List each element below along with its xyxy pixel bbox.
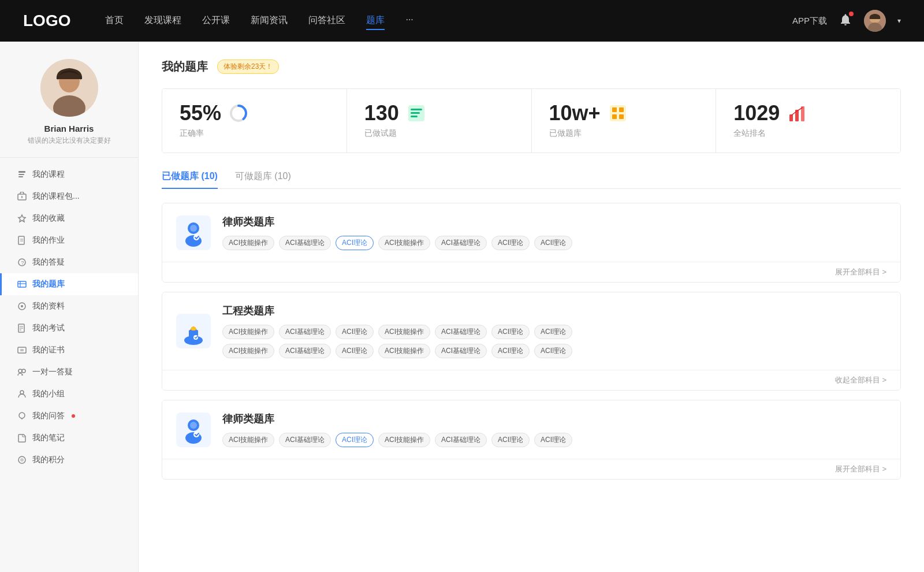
bank-1-tag-r2-3[interactable]: ACI技能操作 (378, 344, 430, 358)
nav-qa[interactable]: 问答社区 (308, 12, 345, 30)
bank-0-tag-6[interactable]: ACI理论 (534, 236, 572, 250)
sidebar-item-points[interactable]: 我的积分 (0, 449, 138, 471)
svg-rect-9 (18, 176, 23, 177)
sidebar-item-bank[interactable]: 我的题库 (0, 273, 138, 295)
nav-discover[interactable]: 发现课程 (144, 12, 181, 30)
bank-0-tag-2[interactable]: ACI理论 (336, 236, 374, 250)
sidebar-item-favorites[interactable]: 我的收藏 (0, 207, 138, 229)
rank-bar-icon (787, 103, 807, 124)
user-avatar[interactable] (864, 10, 886, 32)
stat-banks-value: 10w+ (549, 103, 601, 124)
bank-0-tag-0[interactable]: ACI技能操作 (222, 236, 274, 250)
qa-icon: ? (17, 258, 27, 267)
sidebar-item-question[interactable]: 我的问答 (0, 405, 138, 427)
bank-2-tag-2[interactable]: ACI理论 (336, 433, 374, 447)
sidebar-item-package[interactable]: 我的课程包... (0, 185, 138, 207)
bank-1-tag-r2-1[interactable]: ACI基础理论 (279, 344, 331, 358)
sidebar-item-material[interactable]: 我的资料 (0, 295, 138, 317)
bank-2-tag-3[interactable]: ACI技能操作 (378, 433, 430, 447)
banks-grid-icon (608, 103, 628, 124)
sidebar-item-homework[interactable]: 我的作业 (0, 229, 138, 251)
course-icon (17, 170, 27, 179)
bank-2-tag-5[interactable]: ACI理论 (491, 433, 530, 447)
bank-1-tag-r2-4[interactable]: ACI基础理论 (435, 344, 487, 358)
bank-1-tag-r2-2[interactable]: ACI理论 (336, 344, 374, 358)
bank-header-0: 律师类题库 ACI技能操作 ACI基础理论 ACI理论 ACI技能操作 ACI基… (162, 203, 900, 262)
svg-rect-43 (619, 107, 624, 112)
bank-1-tag-0[interactable]: ACI技能操作 (222, 325, 274, 339)
svg-rect-42 (612, 107, 617, 112)
user-dropdown-arrow[interactable]: ▾ (897, 17, 901, 25)
stat-questions-top: 130 (364, 103, 427, 124)
bank-name-2: 律师类题库 (222, 412, 886, 426)
svg-rect-38 (411, 109, 422, 110)
bank-0-tag-5[interactable]: ACI理论 (491, 236, 530, 250)
bank-2-tag-0[interactable]: ACI技能操作 (222, 433, 274, 447)
bank-2-expand[interactable]: 展开全部科目 > (835, 464, 886, 474)
stat-banks: 10w+ 已做题库 (532, 89, 717, 153)
nav-more[interactable]: ··· (405, 12, 413, 30)
stat-banks-top: 10w+ (549, 103, 628, 124)
sidebar-item-qa[interactable]: ? 我的答疑 (0, 251, 138, 273)
bank-1-tag-r2-5[interactable]: ACI理论 (491, 344, 530, 358)
bank-1-tag-2[interactable]: ACI理论 (336, 325, 374, 339)
sidebar-item-oneone[interactable]: 一对一答疑 (0, 361, 138, 383)
profile-name: Brian Harris (44, 124, 94, 133)
exam-icon (17, 324, 27, 333)
svg-point-31 (20, 391, 24, 394)
question-notification-dot (72, 414, 75, 418)
nav-news[interactable]: 新闻资讯 (251, 12, 288, 30)
bank-0-expand[interactable]: 展开全部科目 > (835, 267, 886, 277)
questions-list-icon (406, 103, 427, 124)
bank-1-expand[interactable]: 收起全部科目 > (835, 375, 886, 385)
bank-tags-1-row1: ACI技能操作 ACI基础理论 ACI理论 ACI技能操作 ACI基础理论 AC… (222, 325, 886, 339)
bank-1-tag-3[interactable]: ACI技能操作 (378, 325, 430, 339)
stat-rank-top: 1029 (733, 103, 807, 124)
page-title: 我的题库 (162, 59, 208, 75)
stat-accuracy-top: 55% (180, 103, 249, 124)
note-icon (17, 433, 27, 443)
nav-open-course[interactable]: 公开课 (202, 12, 230, 30)
lawyer-icon-2 (180, 416, 207, 444)
bank-1-tag-4[interactable]: ACI基础理论 (435, 325, 487, 339)
bank-1-tag-1[interactable]: ACI基础理论 (279, 325, 331, 339)
bank-0-tag-3[interactable]: ACI技能操作 (378, 236, 430, 250)
bank-2-tag-4[interactable]: ACI基础理论 (435, 433, 487, 447)
sidebar-profile: Brian Harris 错误的决定比没有决定要好 (0, 59, 138, 158)
sidebar-item-course[interactable]: 我的课程 (0, 164, 138, 185)
svg-rect-40 (411, 116, 418, 117)
app-download-button[interactable]: APP下载 (792, 16, 827, 27)
bank-2-tag-1[interactable]: ACI基础理论 (279, 433, 331, 447)
tab-available-banks[interactable]: 可做题库 (10) (235, 170, 291, 188)
bank-icon-0 (176, 216, 211, 250)
notification-bell[interactable] (839, 13, 852, 29)
sidebar-item-certificate[interactable]: 我的证书 (0, 339, 138, 361)
bank-tags-1-row2: ACI技能操作 ACI基础理论 ACI理论 ACI技能操作 ACI基础理论 AC… (222, 344, 886, 358)
bank-icon-2 (176, 413, 211, 447)
sidebar: Brian Harris 错误的决定比没有决定要好 我的课程 我的课程包... (0, 42, 139, 572)
sidebar-item-exam[interactable]: 我的考试 (0, 317, 138, 339)
notification-badge (849, 12, 854, 16)
bank-2-tag-6[interactable]: ACI理论 (534, 433, 572, 447)
svg-point-56 (193, 335, 198, 340)
svg-point-29 (18, 369, 22, 373)
bank-section-0: 律师类题库 ACI技能操作 ACI基础理论 ACI理论 ACI技能操作 ACI基… (162, 203, 901, 283)
bank-0-tag-4[interactable]: ACI基础理论 (435, 236, 487, 250)
bank-1-tag-6[interactable]: ACI理论 (534, 325, 572, 339)
stat-accuracy: 55% 正确率 (162, 89, 347, 153)
svg-rect-18 (18, 281, 26, 287)
profile-avatar[interactable] (40, 59, 98, 117)
bank-footer-0: 展开全部科目 > (162, 262, 900, 282)
bank-1-tag-r2-6[interactable]: ACI理论 (534, 344, 572, 358)
tab-done-banks[interactable]: 已做题库 (10) (162, 170, 218, 188)
bank-header-2: 律师类题库 ACI技能操作 ACI基础理论 ACI理论 ACI技能操作 ACI基… (162, 400, 900, 459)
nav-bank[interactable]: 题库 (366, 12, 385, 30)
sidebar-item-group[interactable]: 我的小组 (0, 383, 138, 405)
nav-home[interactable]: 首页 (105, 12, 124, 30)
bank-1-tag-5[interactable]: ACI理论 (491, 325, 530, 339)
stat-rank-value: 1029 (733, 103, 780, 124)
sidebar-item-note[interactable]: 我的笔记 (0, 427, 138, 449)
bank-0-tag-1[interactable]: ACI基础理论 (279, 236, 331, 250)
bank-1-tag-r2-0[interactable]: ACI技能操作 (222, 344, 274, 358)
svg-point-52 (193, 235, 199, 240)
